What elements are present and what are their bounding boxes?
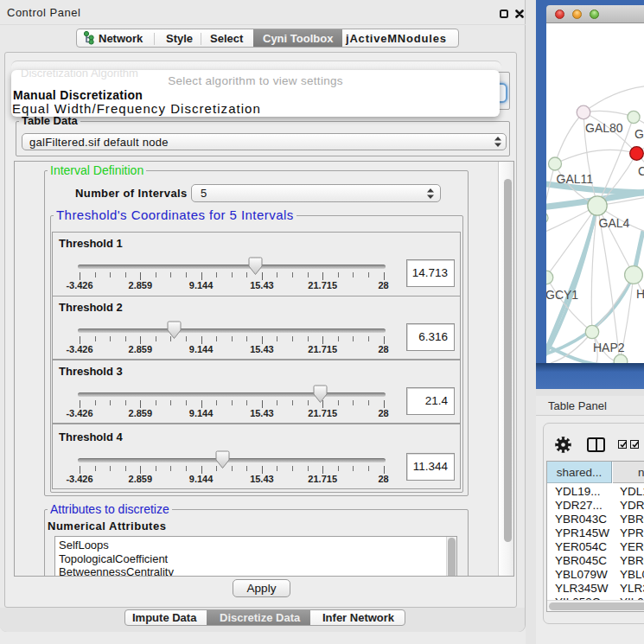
svg-text:GCY1: GCY1	[546, 288, 578, 302]
svg-text:GAL80: GAL80	[585, 121, 623, 135]
svg-text:GAL11: GAL11	[557, 172, 594, 186]
svg-text:H: H	[636, 287, 644, 301]
svg-text:GAL4: GAL4	[599, 216, 630, 230]
svg-text:C: C	[638, 164, 644, 178]
svg-text:GA: GA	[634, 127, 644, 141]
svg-text:HAP2: HAP2	[593, 341, 625, 354]
